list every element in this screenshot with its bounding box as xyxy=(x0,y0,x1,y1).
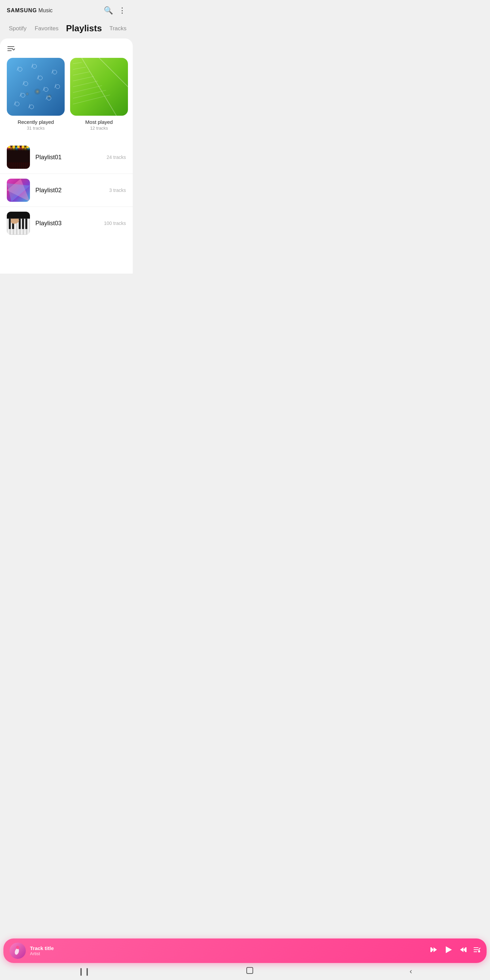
playlist03-name: Playlist03 xyxy=(35,220,98,227)
playlist03-tracks: 100 tracks xyxy=(104,221,126,226)
app-logo: SAMSUNG Music xyxy=(7,8,53,14)
tab-tracks[interactable]: Tracks xyxy=(106,24,130,33)
playlist01-name: Playlist01 xyxy=(35,154,101,161)
playlist01-info: Playlist01 xyxy=(35,154,101,161)
menu-icon[interactable]: ⋮ xyxy=(118,6,126,15)
playlist02-name: Playlist02 xyxy=(35,187,104,194)
tab-playlists[interactable]: Playlists xyxy=(63,22,105,35)
search-icon[interactable]: 🔍 xyxy=(104,6,113,15)
playlist01-image xyxy=(7,146,30,169)
playlist02-image xyxy=(7,179,30,202)
playlist-list: Playlist01 24 tracks Playlist02 3 tracks… xyxy=(0,137,133,274)
tab-favorites[interactable]: Favorites xyxy=(31,24,62,33)
featured-playlist-most-played[interactable]: Most played 12 tracks xyxy=(70,58,128,130)
nav-tabs: Spotify Favorites Playlists Tracks Album… xyxy=(0,19,133,38)
most-played-subtitle: 12 tracks xyxy=(90,126,108,130)
main-content: Recently played 31 tracks Most played 12… xyxy=(0,38,133,274)
playlist03-image xyxy=(7,212,30,235)
playlist02-tracks: 3 tracks xyxy=(109,188,126,193)
tab-spotify[interactable]: Spotify xyxy=(5,24,30,33)
now-playing-artist: Artist xyxy=(30,951,133,956)
now-playing-title: Track title xyxy=(30,945,133,951)
featured-playlist-recently-played[interactable]: Recently played 31 tracks xyxy=(7,58,65,130)
most-played-image xyxy=(70,58,128,116)
now-playing-bar[interactable]: Track title Artist xyxy=(3,939,133,963)
playlist03-info: Playlist03 xyxy=(35,220,98,227)
featured-playlists: Recently played 31 tracks Most played 12… xyxy=(0,58,133,137)
tab-albums[interactable]: Albums xyxy=(131,24,133,33)
logo-samsung: SAMSUNG xyxy=(7,8,37,14)
nav-recent-button[interactable]: ❙❙ xyxy=(78,967,90,976)
recently-played-title: Recently played xyxy=(18,119,54,125)
header: SAMSUNG Music 🔍 ⋮ xyxy=(0,0,133,19)
bottom-nav: ❙❙ ‹ xyxy=(0,963,133,980)
recently-played-image xyxy=(7,58,65,116)
list-item[interactable]: Playlist03 100 tracks xyxy=(0,207,133,240)
now-playing-thumbnail xyxy=(10,943,26,959)
recently-played-subtitle: 31 tracks xyxy=(27,126,45,130)
sort-icon[interactable] xyxy=(7,46,15,53)
logo-music: Music xyxy=(38,8,53,14)
list-item[interactable]: Playlist02 3 tracks xyxy=(0,174,133,207)
header-actions: 🔍 ⋮ xyxy=(104,6,126,15)
playlist02-info: Playlist02 xyxy=(35,187,104,194)
most-played-title: Most played xyxy=(86,119,113,125)
sort-bar xyxy=(0,44,133,58)
list-item[interactable]: Playlist01 24 tracks xyxy=(0,141,133,174)
now-playing-info: Track title Artist xyxy=(30,945,133,956)
playlist01-tracks: 24 tracks xyxy=(107,154,126,160)
